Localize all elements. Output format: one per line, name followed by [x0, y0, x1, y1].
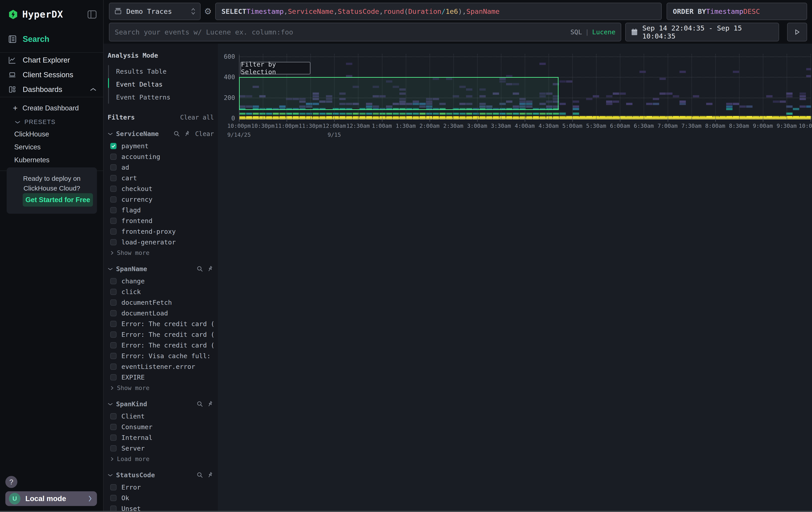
filter-section-header[interactable]: StatusCode — [108, 471, 214, 479]
sql-mode-button[interactable]: SQL — [570, 28, 582, 36]
checkbox-unchecked[interactable] — [110, 289, 117, 295]
user-menu[interactable]: U Local mode — [5, 491, 97, 506]
create-dashboard-button[interactable]: + Create Dashboard — [0, 100, 103, 116]
help-button[interactable]: ? — [5, 476, 17, 488]
chevron-down-icon[interactable] — [108, 267, 113, 271]
checkbox-unchecked[interactable] — [110, 413, 117, 420]
checkbox-unchecked[interactable] — [110, 175, 117, 181]
show-more-button[interactable]: Show more — [108, 247, 214, 256]
filter-option[interactable]: frontend-proxy — [108, 226, 214, 237]
pin-icon[interactable] — [208, 266, 214, 272]
search-icon[interactable] — [197, 472, 203, 478]
search-icon[interactable] — [173, 131, 180, 137]
checkbox-unchecked[interactable] — [110, 342, 117, 348]
sidebar-item-kubernetes[interactable]: Kubernetes — [0, 154, 103, 166]
filter-option[interactable]: Server — [108, 443, 214, 454]
checkbox-unchecked[interactable] — [110, 331, 117, 338]
pin-icon[interactable] — [208, 472, 214, 478]
filter-option[interactable]: Error: Visa cache full: … — [108, 351, 214, 361]
sql-select-input[interactable]: SELECT Timestamp, ServiceName, StatusCod… — [215, 3, 662, 20]
filter-option[interactable]: Consumer — [108, 422, 214, 432]
checkbox-unchecked[interactable] — [110, 218, 117, 224]
filter-section-header[interactable]: SpanName — [108, 265, 214, 273]
filter-option[interactable]: currency — [108, 194, 214, 205]
filter-section-header[interactable]: ServiceNameClear — [108, 130, 214, 138]
checkbox-unchecked[interactable] — [110, 239, 117, 245]
filter-option[interactable]: documentFetch — [108, 297, 214, 308]
get-started-button[interactable]: Get Started for Free — [23, 193, 93, 207]
checkbox-unchecked[interactable] — [110, 363, 117, 370]
source-settings-gear-icon[interactable]: ⚙ — [201, 3, 215, 20]
filter-option[interactable]: Error — [108, 482, 214, 493]
search-input[interactable] — [115, 28, 570, 36]
filter-option[interactable]: ad — [108, 162, 214, 173]
show-more-button[interactable]: Show more — [108, 383, 214, 392]
checkbox-unchecked[interactable] — [110, 278, 117, 284]
lucene-mode-button[interactable]: Lucene — [592, 28, 615, 36]
filter-option[interactable]: Error: The credit card (… — [108, 340, 214, 351]
filter-option[interactable]: load-generator — [108, 237, 214, 247]
filter-option[interactable]: documentLoad — [108, 308, 214, 319]
filter-option[interactable]: Internal — [108, 432, 214, 443]
chevron-down-icon[interactable] — [108, 402, 113, 406]
checkbox-unchecked[interactable] — [110, 207, 117, 213]
filter-option[interactable]: payment — [108, 141, 214, 152]
checkbox-unchecked[interactable] — [110, 495, 117, 501]
date-range-picker[interactable]: Sep 14 22:04:35 - Sep 15 10:04:35 — [625, 23, 779, 42]
filter-option[interactable]: cart — [108, 173, 214, 183]
filter-section-header[interactable]: SpanKind — [108, 400, 214, 408]
checkbox-unchecked[interactable] — [110, 445, 117, 452]
search-icon[interactable] — [197, 266, 203, 272]
checkbox-unchecked[interactable] — [110, 434, 117, 441]
filter-option[interactable]: accounting — [108, 152, 214, 162]
filter-option[interactable]: Ok — [108, 493, 214, 503]
checkbox-unchecked[interactable] — [110, 374, 117, 380]
sidebar-item-search[interactable]: Search — [0, 20, 103, 44]
filter-option[interactable]: click — [108, 287, 214, 297]
checkbox-unchecked[interactable] — [110, 196, 117, 203]
filter-by-selection-button[interactable]: Filter by Selection — [240, 62, 310, 74]
pin-icon[interactable] — [208, 401, 214, 407]
search-icon[interactable] — [197, 401, 203, 407]
clear-all-button[interactable]: Clear all — [180, 114, 214, 121]
sidebar-item-client-sessions[interactable]: Client Sessions — [0, 68, 103, 82]
run-query-button[interactable] — [787, 23, 807, 42]
chevron-down-icon[interactable] — [108, 474, 113, 477]
checkbox-unchecked[interactable] — [110, 299, 117, 306]
chevron-right-icon[interactable] — [110, 385, 114, 390]
checkbox-unchecked[interactable] — [110, 228, 117, 235]
bottom-scrollbar-track[interactable] — [0, 511, 812, 512]
checkbox-unchecked[interactable] — [110, 321, 117, 327]
pin-icon[interactable] — [184, 131, 191, 137]
filter-option[interactable]: eventListener.error — [108, 361, 214, 372]
filter-option[interactable]: checkout — [108, 183, 214, 194]
checkbox-unchecked[interactable] — [110, 154, 117, 160]
sidebar-item-services[interactable]: Services — [0, 141, 103, 154]
section-clear-button[interactable]: Clear — [195, 130, 214, 138]
checkbox-unchecked[interactable] — [110, 164, 117, 170]
filter-option[interactable]: Client — [108, 411, 214, 422]
chart-selection-region[interactable] — [239, 77, 558, 110]
checkbox-unchecked[interactable] — [110, 424, 117, 430]
sidebar-item-chart-explorer[interactable]: Chart Explorer — [0, 53, 103, 68]
sidebar-item-dashboards[interactable]: Dashboards — [0, 82, 103, 97]
checkbox-checked[interactable] — [110, 143, 117, 149]
filter-option[interactable]: frontend — [108, 215, 214, 226]
chevron-right-icon[interactable] — [110, 457, 114, 461]
sidebar-item-clickhouse[interactable]: ClickHouse — [0, 128, 103, 141]
chevron-down-icon[interactable] — [108, 132, 113, 136]
filter-option[interactable]: Error: The credit card (… — [108, 329, 214, 340]
source-select[interactable]: Demo Traces — [109, 3, 201, 20]
filter-option[interactable]: flagd — [108, 205, 214, 215]
analysis-mode-item[interactable]: Event Deltas — [109, 78, 214, 91]
order-by-input[interactable]: ORDER BY Timestamp DESC — [667, 3, 807, 20]
presets-toggle[interactable]: PRESETS — [0, 116, 103, 128]
checkbox-unchecked[interactable] — [110, 310, 117, 316]
filter-option[interactable]: change — [108, 276, 214, 287]
checkbox-unchecked[interactable] — [110, 484, 117, 490]
filter-option[interactable]: EXPIRE — [108, 372, 214, 383]
chevron-right-icon[interactable] — [110, 250, 114, 255]
analysis-mode-item[interactable]: Results Table — [109, 65, 214, 78]
show-more-button[interactable]: Load more — [108, 454, 214, 462]
analysis-mode-item[interactable]: Event Patterns — [109, 91, 214, 104]
